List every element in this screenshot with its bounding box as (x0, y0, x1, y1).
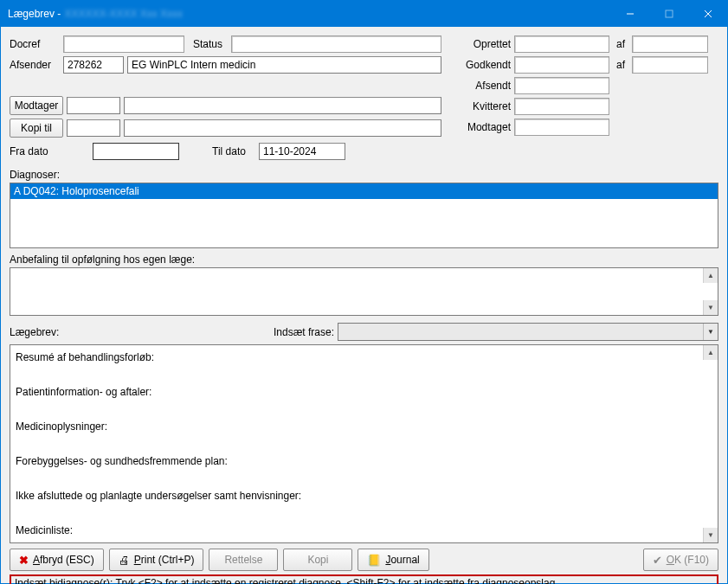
laegebrev-body[interactable]: ▲ ▼ Resumé af behandlingsforløb: Patient… (10, 344, 718, 543)
status-label: Status (188, 38, 228, 50)
print-button[interactable]: 🖨 Print (Ctrl+P) (109, 549, 204, 571)
modtager-name-field[interactable] (124, 97, 441, 114)
print-label-u: P (134, 554, 141, 566)
af1-label: af (613, 38, 628, 50)
letter-line: Resumé af behandlingsforløb: (16, 349, 712, 366)
afbryd-label-u: A (33, 554, 40, 566)
journal-icon: 📒 (367, 554, 381, 567)
minimize-button[interactable] (610, 1, 649, 27)
letter-line: Ikke afsluttede og planlagte undersøgels… (16, 487, 712, 504)
phrase-label: Indsæt frase: (274, 326, 334, 338)
af2-field[interactable] (632, 56, 708, 74)
button-bar: ✖ Afbryd (ESC) 🖨 Print (Ctrl+P) Rettelse… (10, 549, 718, 571)
letter-line (16, 435, 712, 452)
afsendt-field[interactable] (514, 77, 609, 94)
window-title-patient: XXXXXX-XXXX Xxx Xxxx (64, 8, 183, 20)
scroll-up-icon[interactable]: ▲ (703, 345, 718, 360)
maximize-button[interactable] (649, 1, 688, 27)
godkendt-label: Godkendt (459, 59, 511, 71)
letter-line: Forebyggelses- og sundhedsfremmende plan… (16, 452, 712, 470)
letter-line (16, 470, 712, 487)
ok-label-u: O (667, 554, 674, 566)
content-area: Docref Status Afsender 278262 EG WinPLC … (1, 27, 727, 584)
letter-line (16, 401, 712, 418)
anbefaling-label: Anbefaling til opfølgning hos egen læge: (10, 253, 718, 266)
letter-line: Medicinliste: (16, 522, 712, 539)
scroll-down-icon[interactable]: ▼ (703, 528, 718, 542)
check-icon: ✔ (653, 554, 662, 567)
modtager-code-field[interactable] (67, 97, 120, 114)
afsender-code-field[interactable]: 278262 (63, 56, 124, 74)
ok-button[interactable]: ✔ OK (F10) (643, 549, 718, 571)
cancel-icon: ✖ (19, 554, 29, 567)
letter-line (16, 504, 712, 522)
af1-field[interactable] (632, 35, 708, 53)
oprettet-label: Oprettet (459, 38, 511, 50)
window-root: Lægebrev - XXXXXX-XXXX Xxx Xxxx Docref S… (0, 0, 728, 584)
til-dato-field[interactable]: 11-10-2024 (259, 143, 345, 160)
afsender-label: Afsender (10, 59, 60, 71)
diagnoser-list[interactable]: A DQ042: Holoprosencefali (10, 183, 718, 248)
docref-field[interactable] (63, 35, 184, 53)
scroll-up-icon[interactable]: ▲ (703, 268, 718, 283)
kvitteret-field[interactable] (514, 98, 609, 115)
afsender-name-field[interactable]: EG WinPLC Intern medicin (127, 56, 441, 74)
status-hint: Indsæt bidiagnose(r): Tryk <F2> for at i… (10, 574, 718, 584)
letter-line: Medicinoplysninger: (16, 418, 712, 435)
kvitteret-label: Kvitteret (459, 100, 511, 112)
phrase-combo[interactable]: ▼ (338, 323, 718, 341)
afsendt-label: Afsendt (459, 80, 511, 92)
status-field[interactable] (231, 35, 441, 53)
laegebrev-label: Lægebrev: (10, 326, 59, 338)
oprettet-field[interactable] (514, 35, 609, 53)
letter-line (16, 366, 712, 383)
godkendt-field[interactable] (514, 56, 609, 74)
modtager-button[interactable]: Modtager (10, 96, 63, 115)
close-button[interactable] (688, 1, 727, 27)
modtaget-label: Modtaget (459, 121, 511, 133)
kopi-button[interactable]: Kopi (283, 549, 352, 571)
journal-button[interactable]: 📒 Journal (358, 549, 428, 571)
diagnose-item[interactable]: A DQ042: Holoprosencefali (10, 183, 718, 199)
rettelse-button[interactable]: Rettelse (209, 549, 278, 571)
print-icon: 🖨 (119, 554, 130, 567)
svg-rect-1 (666, 10, 673, 17)
window-title-prefix: Lægebrev - (8, 8, 61, 20)
diagnoser-label: Diagnoser: (10, 169, 718, 181)
kopi-code-field[interactable] (67, 119, 120, 137)
kopi-name-field[interactable] (124, 119, 441, 137)
scroll-down-icon[interactable]: ▼ (703, 300, 718, 315)
chevron-down-icon: ▼ (703, 324, 718, 340)
af2-label: af (613, 59, 628, 71)
til-dato-label: Til dato (212, 145, 255, 157)
letter-line: Patientinformation- og aftaler: (16, 383, 712, 401)
fra-dato-field[interactable] (93, 143, 179, 160)
kopi-til-button[interactable]: Kopi til (10, 119, 63, 138)
afbryd-button[interactable]: ✖ Afbryd (ESC) (10, 549, 104, 571)
fra-dato-label: Fra dato (10, 145, 60, 157)
anbefaling-textarea[interactable]: ▲ ▼ (10, 267, 718, 316)
docref-label: Docref (10, 38, 60, 50)
modtaget-field[interactable] (514, 119, 609, 136)
titlebar: Lægebrev - XXXXXX-XXXX Xxx Xxxx (1, 1, 727, 27)
